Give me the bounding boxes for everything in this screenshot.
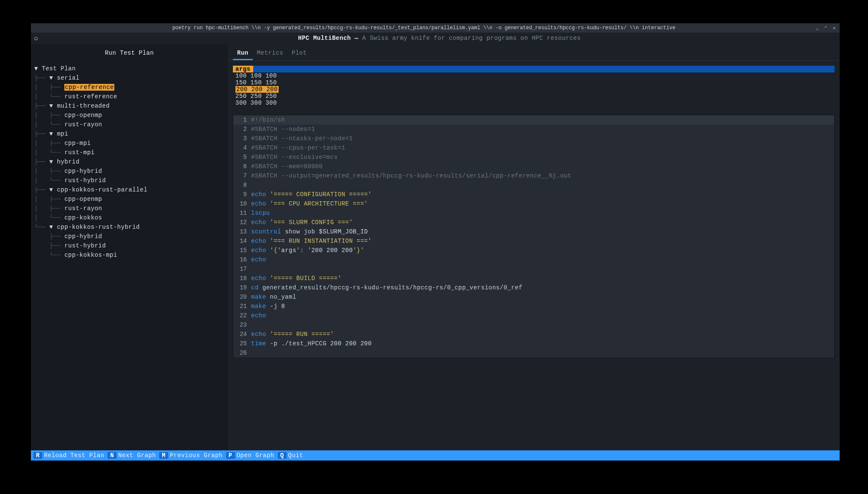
gutter: 20 — [233, 292, 251, 302]
code-line: echo '===== RUN =====' — [251, 330, 334, 339]
code-line: echo '{'args': '200 200 200'}' — [251, 246, 364, 255]
code-line: lscpu — [251, 208, 270, 218]
code-line: cd generated_results/hpccg-rs-kudu-resul… — [251, 283, 522, 292]
tree-item-rust-hybrid[interactable]: │ └── rust-hybrid — [34, 176, 228, 185]
code-line: #SBATCH --output=generated_results/hpccg… — [251, 171, 572, 180]
gutter: 11 — [233, 208, 251, 218]
tree-item-cpp-kokkos[interactable]: │ └── cpp-kokkos — [34, 213, 228, 222]
code-line: #SBATCH --mem=60000 — [251, 162, 323, 171]
tree-item-rust-mpi[interactable]: │ └── rust-mpi — [34, 148, 228, 157]
shortcut-key-P[interactable]: P — [226, 452, 235, 459]
gutter: 13 — [233, 227, 251, 236]
tab-plot[interactable]: Plot — [287, 50, 311, 60]
tree-item-cpp-hybrid[interactable]: │ ├── cpp-hybrid — [34, 167, 228, 176]
gutter: 15 — [233, 246, 251, 255]
tree-item-cpp-kokkos-mpi[interactable]: └── cpp-kokkos-mpi — [34, 250, 228, 260]
gutter: 5 — [233, 153, 251, 162]
shortcut-label: Reload Test Plan — [44, 452, 108, 459]
args-row[interactable]: 150 150 150 — [233, 79, 835, 86]
status-bar: RReload Test PlanNNext GraphMPrevious Gr… — [31, 450, 840, 461]
shortcut-key-Q[interactable]: Q — [278, 452, 287, 459]
gutter: 6 — [233, 162, 251, 171]
shortcut-key-N[interactable]: N — [108, 452, 116, 459]
tree-item-rust-rayon[interactable]: │ └── rust-rayon — [34, 120, 228, 129]
args-row[interactable]: 300 300 300 — [233, 100, 835, 106]
gutter: 7 — [233, 171, 251, 180]
gutter: 8 — [233, 180, 251, 190]
gutter: 9 — [233, 190, 251, 199]
tree-group-mpi[interactable]: ├── ▼ mpi — [34, 129, 228, 139]
code-panel[interactable]: 1#!/bin/sh2#SBATCH --nodes=13#SBATCH --n… — [233, 115, 835, 358]
tab-run[interactable]: Run — [233, 50, 253, 60]
shortcut-label: Next Graph — [118, 452, 159, 459]
minimize-icon[interactable]: ⌄ — [814, 25, 820, 31]
close-icon[interactable]: ✕ — [831, 25, 837, 31]
gutter: 14 — [233, 236, 251, 246]
tree-item-cpp-mpi[interactable]: │ ├── cpp-mpi — [34, 139, 228, 148]
tree-group-cpp-kokkos-rust-parallel[interactable]: ├── ▼ cpp-kokkos-rust-parallel — [34, 185, 228, 194]
args-panel: args 100 100 100150 150 150200 200 20025… — [228, 61, 840, 106]
tree-group-serial[interactable]: ├── ▼ serial — [34, 73, 228, 83]
code-line: scontrol show job $SLURM_JOB_ID — [251, 227, 368, 236]
gutter: 12 — [233, 218, 251, 227]
shortcut-key-R[interactable]: R — [33, 452, 42, 459]
gutter: 17 — [233, 264, 251, 274]
code-line: #SBATCH --exclusive=mcs — [251, 153, 338, 162]
tree-item-cpp-reference[interactable]: │ ├── cpp-reference — [34, 83, 228, 92]
app-tagline: A Swiss army knife for comparing program… — [362, 35, 581, 42]
gutter: 22 — [233, 311, 251, 320]
maximize-icon[interactable]: ⌃ — [823, 25, 829, 31]
shortcut-label: Previous Graph — [170, 452, 226, 459]
gutter: 23 — [233, 320, 251, 330]
gutter: 26 — [233, 348, 251, 358]
header-row: ◯ HPC MultiBench — A Swiss army knife fo… — [31, 33, 840, 44]
args-header-label: args — [233, 66, 253, 72]
app-icon: ◯ — [34, 35, 38, 42]
tabs: RunMetricsPlot — [228, 44, 840, 61]
tree-item-cpp-hybrid[interactable]: ├── cpp-hybrid — [34, 232, 228, 241]
code-line: make -j 8 — [251, 302, 285, 311]
code-line: #SBATCH --nodes=1 — [251, 125, 315, 134]
sidebar: Run Test Plan ▼ Test Plan├── ▼ serial│ ├… — [31, 44, 228, 450]
gutter: 10 — [233, 199, 251, 208]
gutter: 3 — [233, 134, 251, 143]
gutter: 2 — [233, 125, 251, 134]
shortcut-key-M[interactable]: M — [159, 452, 168, 459]
code-line: #SBATCH --ntasks-per-node=1 — [251, 134, 353, 143]
tab-metrics[interactable]: Metrics — [253, 50, 287, 60]
gutter: 4 — [233, 143, 251, 153]
gutter: 24 — [233, 330, 251, 339]
code-line: echo '===== CONFIGURATION =====' — [251, 190, 372, 199]
tree-item-cpp-openmp[interactable]: │ ├── cpp-openmp — [34, 194, 228, 204]
gutter: 18 — [233, 274, 251, 283]
tree-item-rust-hybrid[interactable]: ├── rust-hybrid — [34, 241, 228, 250]
tree-item-cpp-openmp[interactable]: │ ├── cpp-openmp — [34, 111, 228, 120]
test-plan-tree[interactable]: ▼ Test Plan├── ▼ serial│ ├── cpp-referen… — [31, 62, 228, 260]
shortcut-label: Open Graph — [237, 452, 278, 459]
tree-group-multi-threaded[interactable]: ├── ▼ multi-threaded — [34, 101, 228, 111]
app-window: poetry run hpc-multibench \\n -y generat… — [30, 23, 840, 461]
sidebar-title: Run Test Plan — [31, 44, 228, 62]
gutter: 25 — [233, 339, 251, 348]
code-line: time -p ./test_HPCCG 200 200 200 — [251, 339, 372, 348]
app-name: HPC MultiBench — — [298, 35, 358, 42]
args-row[interactable]: 100 100 100 — [233, 72, 835, 79]
tree-group-cpp-kokkos-rust-hybrid[interactable]: └── ▼ cpp-kokkos-rust-hybrid — [34, 222, 228, 232]
args-row[interactable]: 200 200 200 — [233, 86, 835, 93]
shortcut-label: Quit — [288, 452, 307, 459]
code-line: echo '===== BUILD =====' — [251, 274, 342, 283]
code-line: make no_yaml — [251, 292, 296, 302]
code-line: echo — [251, 311, 266, 320]
window-title: poetry run hpc-multibench \\n -y generat… — [33, 25, 814, 31]
code-line: #SBATCH --cpus-per-task=1 — [251, 143, 346, 153]
code-line: echo '=== RUN INSTANTIATION ===' — [251, 236, 372, 246]
tree-item-rust-reference[interactable]: │ └── rust-reference — [34, 92, 228, 101]
tree-item-rust-rayon[interactable]: │ ├── rust-rayon — [34, 204, 228, 213]
code-line: echo '=== SLURM CONFIG ===' — [251, 218, 353, 227]
code-line: echo '=== CPU ARCHITECTURE ===' — [251, 199, 368, 208]
args-header: args — [233, 66, 835, 72]
gutter: 21 — [233, 302, 251, 311]
gutter: 16 — [233, 255, 251, 264]
tree-group-hybrid[interactable]: ├── ▼ hybrid — [34, 157, 228, 167]
args-row[interactable]: 250 250 250 — [233, 93, 835, 100]
